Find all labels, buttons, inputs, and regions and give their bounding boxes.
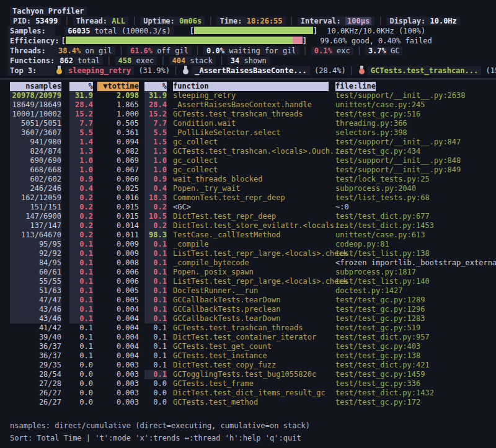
table-row[interactable]: 41/420.10.0040.1GCTests.test_trashcan_th… xyxy=(10,323,496,333)
file-line-cell-value: subprocess.py:1817 xyxy=(335,268,416,276)
threads-segment-waiting-for-gil: 0.0% waiting for gil xyxy=(203,46,299,55)
tottime-cell: 0.009 xyxy=(97,249,144,258)
function-cell-value: DictTest.test_store_evilattr.<locals... xyxy=(173,221,348,230)
file-line-cell: test/test_list.py:138 xyxy=(335,249,496,258)
table-row[interactable]: 95/950.10.0090.1_compilecodeop.py:81 xyxy=(10,240,496,249)
nsamples-cell: 43/46 xyxy=(10,314,69,323)
nsamples-cell-value: 43/46 xyxy=(10,314,61,323)
cumulative-pct-cell-value: 0.1 xyxy=(144,240,167,249)
tottime-cell: 0.006 xyxy=(97,277,144,286)
table-row[interactable]: 3607/36075.50.3615.5_PollLikeSelector.se… xyxy=(10,128,496,138)
top3-function-name[interactable]: _AssertRaisesBaseConte... xyxy=(192,66,310,75)
table-row[interactable]: 39/400.10.0040.1DictTest.test_container_… xyxy=(10,333,496,342)
tottime-cell-value: 0.005 xyxy=(117,286,139,295)
samples-total: 66035 xyxy=(68,27,90,35)
direct-pct-cell: 15.2 xyxy=(69,110,97,119)
function-cell: GCCallbackTests.tearDown xyxy=(173,314,335,323)
table-row[interactable]: 151/1510.20.0150.2<GC>~:0 xyxy=(10,203,496,212)
file-line-cell: test/test_gc.py:1289 xyxy=(335,296,496,305)
table-row[interactable]: 147/69000.20.01510.5DictTest.test_repr_d… xyxy=(10,212,496,221)
function-cell: CommonTest.test_repr_deep xyxy=(173,193,335,203)
cumulative-pct-cell-value: 31.9 xyxy=(144,91,167,100)
table-row[interactable]: 137/1470.20.0140.2DictTest.test_store_ev… xyxy=(10,221,496,231)
nsamples-cell-value: 5051/5051 xyxy=(10,119,61,128)
table-row[interactable]: 941/9801.40.0941.5gc_collecttest/support… xyxy=(10,138,496,147)
nsamples-cell: 941/980 xyxy=(10,138,69,147)
cumulative-pct-cell: 7.7 xyxy=(144,119,173,128)
table-row[interactable]: 690/6901.00.0691.0gc_collecttest/support… xyxy=(10,156,496,165)
direct-pct-cell: 0.2 xyxy=(69,231,97,240)
table-row[interactable]: 36/370.10.0040.1GCTests.test_get_countte… xyxy=(10,342,496,351)
thread-chip[interactable]: Thread: ALL xyxy=(73,17,129,25)
separator: │ xyxy=(119,46,123,55)
col-fileline[interactable]: file:line xyxy=(335,82,496,91)
table-row[interactable]: 162/120590.20.01618.3CommonTest.test_rep… xyxy=(10,193,496,203)
app-title-line: Tachyon Profiler xyxy=(10,6,496,16)
table-row[interactable]: 60/610.10.0060.1Popen._posix_spawnsubpro… xyxy=(10,268,496,277)
table-row[interactable]: 602/6020.90.0600.9wait_threads_blockedte… xyxy=(10,175,496,184)
file-line-cell: test/test_gc.py:1296 xyxy=(335,305,496,314)
col-direct-pct[interactable]: % xyxy=(69,82,97,91)
divider xyxy=(0,79,496,79)
direct-pct-cell-value: 0.4 xyxy=(69,184,93,193)
top3-function-name[interactable]: GCTests.test_trashcan... xyxy=(368,66,481,75)
function-cell-value: DictTest.test_repr_deep xyxy=(173,212,276,221)
tottime-cell: 0.016 xyxy=(97,193,144,203)
nsamples-cell-value: 147/6900 xyxy=(10,212,61,221)
cumulative-pct-cell: 0.1 xyxy=(144,258,173,268)
cumulative-pct-cell-value: 0.2 xyxy=(144,203,167,212)
top3-entries: sleeping_retry (31.9%)│_AssertRaisesBase… xyxy=(55,66,496,75)
table-row[interactable]: 92/920.10.0090.1ListTest.test_repr_large… xyxy=(10,249,496,258)
efficiency-good-fill xyxy=(66,37,293,44)
cumulative-pct-cell: 0.1 xyxy=(144,323,173,333)
table-row[interactable]: 29/350.00.0030.1DictTest.test_copy_fuzzt… xyxy=(10,361,496,370)
function-cell: DictTest.test_dict_items_result_gc xyxy=(173,389,335,398)
col-cumulative-pct[interactable]: % xyxy=(144,82,173,91)
table-row[interactable]: 43/460.10.0040.1GCCallbackTests.tearDown… xyxy=(10,314,496,323)
tottime-cell-value: 0.005 xyxy=(117,296,139,304)
table-row[interactable]: 18649/1864928.41.86528.4_AssertRaisesBas… xyxy=(10,100,496,110)
direct-pct-cell-value: 28.4 xyxy=(69,100,93,110)
nsamples-cell: 55/55 xyxy=(10,277,69,286)
table-row[interactable]: 51/630.10.0050.1DocTestRunner.__rundocte… xyxy=(10,286,496,296)
nsamples-cell-value: 27/28 xyxy=(39,379,61,388)
table-row[interactable]: 5051/50517.70.5057.7Condition.waitthread… xyxy=(10,119,496,128)
file-line-cell: test/test_gc.py:516 xyxy=(335,110,496,119)
pid-chip: PID: 53499 xyxy=(10,17,61,25)
file-line-cell: test/test_list.py:140 xyxy=(335,277,496,286)
direct-pct-cell-value: 31.9 xyxy=(69,91,93,100)
function-cell-value: Condition.wait xyxy=(173,119,236,128)
table-row[interactable]: 668/6681.00.0671.0gc_collecttest/support… xyxy=(10,165,496,175)
table-row[interactable]: 26/270.00.0030.0GCTests.test_methodtest/… xyxy=(10,398,496,407)
col-tottime[interactable]: ▼tottime xyxy=(97,82,144,91)
table-row[interactable]: 27/280.00.0030.0GCTests.test_frametest/t… xyxy=(10,379,496,389)
function-cell-value: DictTest.test_dict_items_result_gc xyxy=(173,389,326,397)
cumulative-pct-cell: 0.1 xyxy=(144,361,173,370)
top3-function-name[interactable]: sleeping_retry xyxy=(65,66,134,75)
uptime-chip: Uptime: 0m06s xyxy=(140,17,205,25)
table-row[interactable]: 84/950.10.0080.1_compile_bytecode<frozen… xyxy=(10,258,496,268)
function-cell-value: DictTest.test_copy_fuzz xyxy=(173,361,276,369)
table-row[interactable]: 20978/2097931.92.09831.9sleeping_retryte… xyxy=(10,91,496,100)
table-row[interactable]: 36/370.10.0040.1GCTests.test_instancetes… xyxy=(10,351,496,361)
table-row[interactable]: 43/460.10.0040.1GCCallbackTests.preclean… xyxy=(10,305,496,314)
table-row[interactable]: 824/8741.30.0821.3GCTests.test_trashcan.… xyxy=(10,147,496,156)
col-function[interactable]: function xyxy=(173,82,335,91)
table-row[interactable]: 26/270.00.0030.0DictTest.test_dict_items… xyxy=(10,389,496,398)
app-title: Tachyon Profiler xyxy=(10,7,87,15)
table-row[interactable]: 47/470.10.0050.1GCCallbackTests.tearDown… xyxy=(10,296,496,305)
col-nsamples[interactable]: nsamples xyxy=(10,82,69,91)
table-row[interactable]: 113/646700.20.01198.3TestCase._callTestM… xyxy=(10,231,496,240)
table-row[interactable]: 55/550.10.0060.1ListTest.test_repr_large… xyxy=(10,277,496,286)
function-cell-value: gc_collect xyxy=(173,156,218,165)
table-row[interactable]: 246/2460.40.0250.4Popen._try_waitsubproc… xyxy=(10,184,496,193)
function-cell-value: GCTests.test_frame xyxy=(173,379,254,388)
tottime-cell-value: 0.003 xyxy=(117,398,139,406)
cumulative-pct-cell-value: 7.7 xyxy=(144,119,167,128)
table-row[interactable]: 10001/1000215.21.00015.2GCTests.test_tra… xyxy=(10,110,496,119)
table-row[interactable]: 28/540.00.0030.1GCTogglingTests.test_bug… xyxy=(10,370,496,379)
cumulative-pct-cell-value: 0.1 xyxy=(153,333,167,341)
cumulative-pct-cell: 1.3 xyxy=(144,147,173,156)
file-line-cell: ~:0 xyxy=(335,203,496,212)
function-cell-value: GCCallbackTests.preclean xyxy=(173,305,280,314)
